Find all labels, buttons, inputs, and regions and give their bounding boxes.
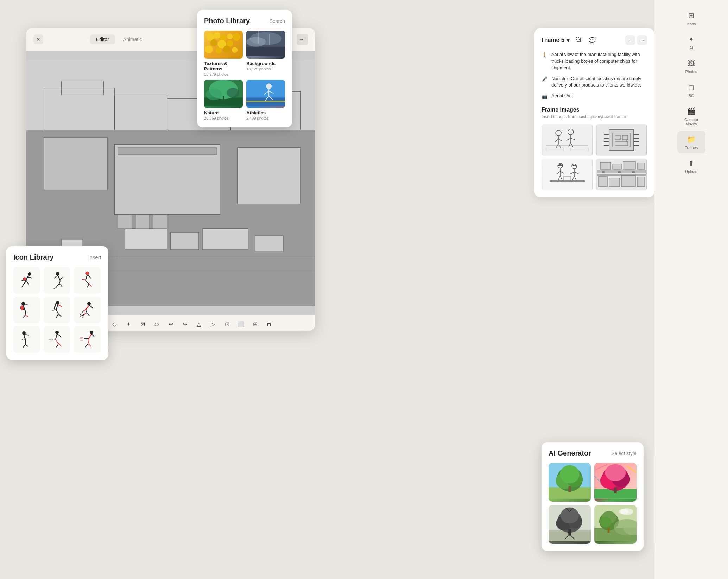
icon-runner-6[interactable]: [74, 297, 101, 323]
svg-rect-15: [153, 215, 167, 229]
ai-icon: ✦: [686, 34, 696, 44]
svg-rect-111: [602, 171, 605, 173]
svg-rect-13: [118, 215, 132, 229]
icon-runner-7[interactable]: [13, 326, 40, 353]
sidebar-item-photos[interactable]: 🖼 Photos: [677, 55, 705, 77]
image-frame-button[interactable]: ⬜: [235, 319, 247, 330]
svg-rect-14: [135, 215, 150, 229]
ai-generator-panel: AI Generator Select style: [542, 442, 644, 551]
close-button[interactable]: ✕: [33, 34, 43, 44]
comment-icon: 💬: [589, 37, 596, 44]
sidebar-item-icons[interactable]: ⊞ Icons: [677, 7, 705, 30]
backgrounds-count: 13,125 photos: [246, 67, 285, 71]
svg-rect-120: [568, 486, 571, 492]
ai-image-landscape-tree[interactable]: [594, 505, 637, 544]
frame-dropdown-icon[interactable]: ▾: [566, 37, 570, 44]
ai-label: AI: [689, 46, 693, 50]
textures-count: 15,979 photos: [204, 72, 243, 76]
icon-runner-8[interactable]: [44, 326, 70, 353]
icon-runner-2[interactable]: [44, 267, 70, 294]
svg-rect-12: [202, 229, 248, 250]
sidebar-item-upload[interactable]: ⬆ Upload: [677, 155, 705, 177]
svg-point-119: [560, 465, 579, 483]
photo-library-header: Photo Library Search: [204, 17, 285, 25]
arrow-tool-button[interactable]: ▷: [207, 319, 219, 330]
icon-library-title: Icon Library: [13, 253, 53, 261]
category-athletics[interactable]: Athletics 2,489 photos: [246, 80, 285, 120]
sidebar-item-camera-moves[interactable]: 🎬 Camera Moves: [677, 103, 705, 129]
frame-nav-buttons: ← →: [625, 35, 647, 45]
frame-image-lab[interactable]: [542, 124, 593, 156]
svg-rect-113: [632, 171, 635, 173]
sidebar-item-bg[interactable]: ◻ BG: [677, 79, 705, 101]
frame-next-button[interactable]: →: [637, 35, 647, 45]
diamond-tool-button[interactable]: ◇: [109, 319, 120, 330]
frame-note-action: 🚶 Aerial view of the manufacturing facil…: [542, 51, 647, 71]
delete-button[interactable]: 🗑: [264, 319, 275, 330]
icon-runner-5[interactable]: [44, 297, 70, 323]
svg-rect-95: [543, 159, 592, 190]
tab-animatic[interactable]: Animatic: [117, 34, 148, 44]
arrow-right-icon: →: [640, 37, 645, 43]
triangle-icon: △: [197, 321, 201, 327]
triangle-tool-button[interactable]: △: [193, 319, 204, 330]
ai-image-green-tree[interactable]: [549, 463, 591, 502]
oval-tool-button[interactable]: ⬭: [151, 319, 162, 330]
svg-point-136: [561, 507, 579, 523]
icon-runner-3[interactable]: [74, 267, 101, 294]
frames-label: Frames: [685, 146, 698, 150]
svg-point-69: [90, 331, 93, 334]
svg-point-29: [227, 40, 233, 46]
category-backgrounds[interactable]: Backgrounds 13,125 photos: [246, 31, 285, 76]
category-nature[interactable]: Nature 28,869 photos: [204, 80, 243, 120]
oval-icon: ⬭: [154, 321, 159, 327]
category-textures[interactable]: Textures & Patterns 15,979 photos: [204, 31, 243, 76]
sidebar-item-ai[interactable]: ✦ AI: [677, 31, 705, 53]
photo-library-panel: Photo Library Search: [197, 10, 292, 127]
frame-comment-button[interactable]: 💬: [587, 35, 597, 45]
icon-runner-9[interactable]: [74, 326, 101, 353]
svg-rect-35: [246, 47, 285, 56]
ai-image-bw-tree[interactable]: [549, 505, 591, 544]
frame-image-chip[interactable]: [596, 124, 647, 156]
photo-search-button[interactable]: Search: [270, 18, 285, 24]
nav-arrow-button[interactable]: →|: [297, 34, 308, 45]
undo-icon: ↩: [169, 321, 173, 327]
frame-image-city[interactable]: [596, 159, 647, 190]
svg-point-151: [619, 509, 628, 514]
camera-note-text: Aerial shot: [551, 93, 573, 100]
sidebar-item-frames[interactable]: 📁 Frames: [677, 131, 705, 153]
svg-rect-139: [568, 529, 571, 535]
camera-moves-icon: 🎬: [686, 106, 696, 116]
svg-point-126: [605, 464, 626, 481]
ai-generator-header: AI Generator Select style: [549, 449, 637, 457]
frame-title: Frame 5 ▾: [542, 37, 570, 44]
icon-runner-4[interactable]: [13, 297, 40, 323]
upload-label: Upload: [685, 170, 697, 174]
ai-image-pink-tree[interactable]: [594, 463, 637, 502]
add-frame-button[interactable]: ⊞: [249, 319, 261, 330]
ai-select-style-button[interactable]: Select style: [611, 451, 637, 456]
crop-tool-button[interactable]: ⊡: [221, 319, 233, 330]
svg-rect-9: [118, 148, 216, 155]
frame-details-panel: Frame 5 ▾ 🖼 💬 ← → 🚶 Aerial view of the m…: [534, 28, 654, 197]
svg-rect-107: [599, 176, 607, 187]
svg-rect-112: [618, 171, 621, 173]
icon-insert-button[interactable]: Insert: [88, 254, 101, 260]
add-frame-icon: ⊞: [253, 321, 258, 327]
icon-runner-1[interactable]: [13, 267, 40, 294]
star-tool-button[interactable]: ✦: [123, 319, 134, 330]
redo-button[interactable]: ↪: [179, 319, 190, 330]
frame-prev-button[interactable]: ←: [625, 35, 635, 45]
right-sidebar: ⊞ Icons ✦ AI 🖼 Photos ◻ BG 🎬 Camera Move…: [654, 0, 728, 579]
action-icon: 🚶: [542, 52, 548, 58]
svg-point-48: [266, 84, 272, 89]
undo-button[interactable]: ↩: [165, 319, 176, 330]
svg-rect-104: [637, 163, 644, 169]
cross-box-button[interactable]: ⊠: [137, 319, 148, 330]
frame-image-worker[interactable]: [542, 159, 593, 190]
tab-editor[interactable]: Editor: [90, 34, 115, 44]
frame-image-button[interactable]: 🖼: [574, 35, 584, 45]
backgrounds-name: Backgrounds: [246, 61, 285, 66]
icons-icon: ⊞: [686, 11, 696, 20]
